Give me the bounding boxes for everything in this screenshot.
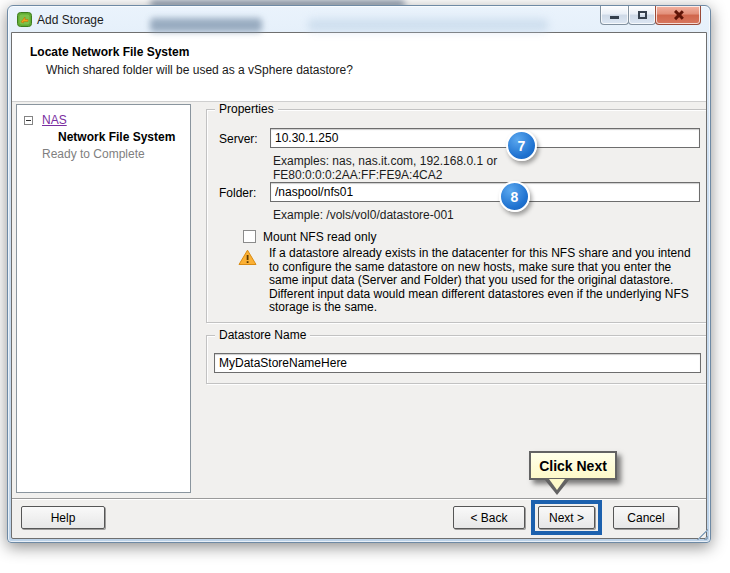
back-button[interactable]: < Back: [453, 506, 525, 529]
folder-input[interactable]: [270, 182, 700, 202]
click-next-callout: Click Next: [529, 451, 617, 480]
footer-divider: [12, 498, 706, 500]
screenshot-canvas: Add Storage Locate Network File System W…: [0, 0, 730, 573]
datastore-name-legend: Datastore Name: [215, 328, 310, 342]
dialog-client-area: Locate Network File System Which shared …: [11, 32, 707, 539]
mount-nfs-readonly-checkbox[interactable]: [243, 230, 256, 243]
titlebar-redacted-text: [150, 18, 262, 32]
sidebar-item-nas[interactable]: NAS: [42, 113, 67, 127]
wizard-steps-panel: NAS Network File System Ready to Complet…: [16, 104, 191, 493]
tree-collapse-icon[interactable]: [24, 116, 33, 125]
page-subtitle: Which shared folder will be used as a vS…: [46, 63, 353, 77]
cancel-button[interactable]: Cancel: [613, 506, 679, 529]
next-button[interactable]: Next >: [538, 506, 595, 529]
maximize-button[interactable]: [628, 6, 656, 25]
datastore-name-input[interactable]: [214, 353, 701, 373]
click-next-callout-text: Click Next: [539, 458, 607, 474]
properties-groupbox: Properties Server: Examples: nas, nas.it…: [206, 109, 707, 323]
server-label: Server:: [219, 132, 258, 146]
mount-nfs-readonly-label: Mount NFS read only: [263, 230, 376, 244]
annotation-callout-8: 8: [499, 181, 530, 212]
minimize-icon: [610, 16, 619, 19]
window-title: Add Storage: [37, 13, 104, 27]
sidebar-item-network-file-system[interactable]: Network File System: [58, 130, 175, 144]
server-examples-line2: FE80:0:0:0:2AA:FF:FE9A:4CA2: [273, 168, 442, 182]
page-title: Locate Network File System: [30, 45, 189, 59]
vsphere-wizard-icon: [17, 12, 32, 27]
nfs-warning-text: If a datastore already exists in the dat…: [269, 247, 697, 315]
minimize-button[interactable]: [600, 6, 629, 25]
titlebar-redacted-smudge: [308, 19, 548, 31]
close-button[interactable]: [655, 6, 701, 25]
add-storage-dialog: Add Storage Locate Network File System W…: [7, 5, 711, 543]
maximize-icon: [638, 11, 647, 19]
server-input[interactable]: [270, 128, 700, 148]
sidebar-item-ready-to-complete: Ready to Complete: [42, 147, 145, 161]
callout-arrow-fill: [549, 479, 565, 490]
folder-example: Example: /vols/vol0/datastore-001: [273, 208, 454, 222]
window-controls: [601, 6, 701, 25]
warning-icon: [238, 249, 257, 266]
properties-legend: Properties: [215, 102, 278, 116]
datastore-name-groupbox: Datastore Name: [206, 335, 707, 384]
wizard-header: Locate Network File System Which shared …: [12, 33, 706, 102]
help-button[interactable]: Help: [21, 506, 105, 529]
close-icon: [673, 9, 684, 20]
annotation-callout-7: 7: [506, 130, 537, 161]
server-examples-line1: Examples: nas, nas.it.com, 192.168.0.1 o…: [273, 154, 497, 168]
folder-label: Folder:: [219, 186, 256, 200]
